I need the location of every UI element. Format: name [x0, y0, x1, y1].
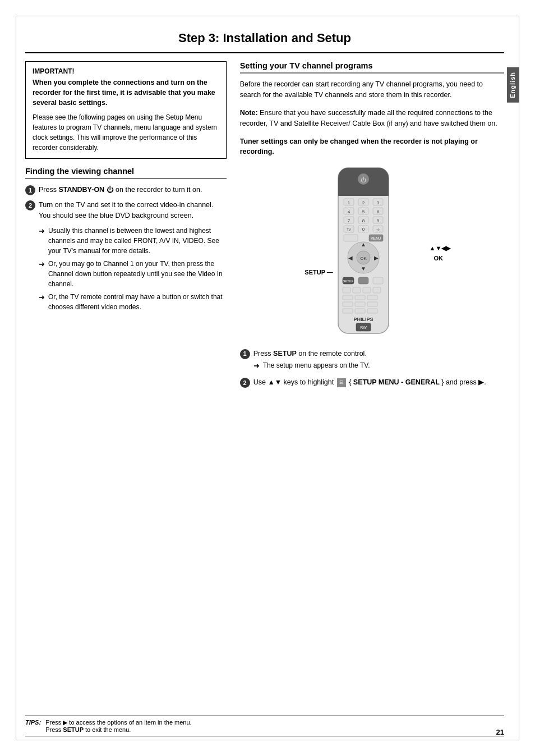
- remote-step-1-text: Press SETUP on the remote control. ➜ The…: [253, 349, 370, 374]
- setup-side-label: SETUP —: [305, 269, 333, 276]
- page-border-left: [16, 16, 16, 740]
- page-border-right: [519, 16, 519, 740]
- svg-text:▲: ▲: [361, 241, 366, 248]
- arrow-text-1: Usually this channel is between the lowe…: [48, 226, 227, 256]
- svg-text:OK: OK: [361, 256, 367, 261]
- svg-text:0: 0: [362, 227, 365, 232]
- important-bold-text: When you complete the connections and tu…: [33, 77, 219, 108]
- tuner-note: Tuner settings can only be changed when …: [240, 136, 504, 158]
- remote-step-2-text: Use ▲▼ keys to highlight ⊟ { SETUP MENU …: [253, 377, 486, 388]
- page-border-top: [16, 16, 519, 16]
- setup-label: SETUP: [273, 350, 297, 358]
- svg-text:▼: ▼: [361, 265, 366, 272]
- finding-channel-heading: Finding the viewing channel: [25, 167, 227, 179]
- arrow-text-3: Or, the TV remote control may have a but…: [48, 292, 227, 312]
- remote-steps: 1 Press SETUP on the remote control. ➜ T…: [240, 349, 504, 388]
- svg-rect-40: [358, 277, 368, 284]
- svg-text:⏻: ⏻: [361, 177, 366, 183]
- note-body: Ensure that you have successfully made a…: [240, 109, 497, 127]
- two-column-layout: IMPORTANT! When you complete the connect…: [25, 61, 504, 392]
- svg-text:5: 5: [362, 209, 365, 214]
- svg-rect-53: [343, 309, 353, 313]
- step-num-2: 2: [25, 200, 35, 210]
- tips-setup-bold: SETUP: [63, 726, 84, 733]
- arrow-icon-2: ➜: [39, 259, 45, 270]
- step-num-1: 1: [25, 185, 35, 195]
- setup-menu-general-label: SETUP MENU - GENERAL: [353, 378, 440, 386]
- left-column: IMPORTANT! When you complete the connect…: [25, 61, 227, 392]
- svg-text:◀: ◀: [348, 255, 353, 261]
- arrow-icon-1: ➜: [39, 226, 45, 237]
- svg-text:TV: TV: [347, 228, 351, 231]
- remote-step-num-1: 1: [240, 349, 250, 359]
- svg-rect-43: [343, 287, 350, 293]
- svg-rect-48: [355, 295, 365, 300]
- svg-text:MENU: MENU: [371, 236, 381, 240]
- svg-text:SETUP: SETUP: [343, 280, 354, 283]
- svg-text:▶: ▶: [374, 255, 379, 261]
- tips-line-1: Press ▶ to access the options of an item…: [45, 719, 192, 726]
- right-intro-text: Before the recorder can start recording …: [240, 79, 504, 101]
- english-tab: English: [507, 67, 519, 103]
- remote-container: SETUP — ▲▼◀▶OK ⏻: [327, 165, 417, 341]
- svg-text:6: 6: [377, 209, 380, 214]
- arrow-item-2: ➜ Or, you may go to Channel 1 on your TV…: [39, 259, 227, 289]
- power-icon: ⏻: [107, 186, 114, 194]
- arrow-item-1: ➜ Usually this channel is between the lo…: [39, 226, 227, 256]
- page-number: 21: [496, 728, 504, 736]
- page-border-bottom: [16, 740, 519, 740]
- setting-tv-heading: Setting your TV channel programs: [240, 61, 504, 74]
- svg-text:+/-: +/-: [376, 228, 380, 231]
- remote-step-2: 2 Use ▲▼ keys to highlight ⊟ { SETUP MEN…: [240, 377, 504, 388]
- svg-text:8: 8: [362, 218, 365, 223]
- finding-step-1: 1 Press STANDBY-ON ⏻ on the recorder to …: [25, 185, 227, 195]
- svg-rect-51: [355, 302, 365, 306]
- setup-arrow-text: The setup menu appears on the TV.: [263, 360, 370, 370]
- remote-svg: ⏻ 1 2 3 4 5 6: [327, 165, 400, 339]
- svg-rect-44: [353, 287, 361, 293]
- up-down-arrows: ▲▼: [268, 378, 282, 386]
- svg-rect-52: [367, 302, 377, 306]
- important-label: IMPORTANT!: [33, 67, 219, 75]
- right-column: Setting your TV channel programs Before …: [240, 61, 504, 392]
- svg-text:PHILIPS: PHILIPS: [354, 317, 373, 322]
- svg-text:3: 3: [377, 200, 380, 205]
- svg-text:7: 7: [348, 218, 350, 223]
- direction-ok-label: ▲▼◀▶OK: [430, 244, 451, 263]
- svg-text:1: 1: [348, 200, 350, 205]
- tips-content: Press ▶ to access the options of an item…: [45, 719, 192, 733]
- svg-rect-54: [355, 309, 365, 313]
- remote-step-1: 1 Press SETUP on the remote control. ➜ T…: [240, 349, 504, 374]
- tips-label: TIPS:: [25, 719, 41, 726]
- note-text: Note: Ensure that you have successfully …: [240, 108, 504, 130]
- note-label: Note:: [240, 109, 258, 117]
- tips-bar: TIPS: Press ▶ to access the options of a…: [25, 716, 504, 736]
- finding-step-2: 2 Turn on the TV and set it to the corre…: [25, 200, 227, 221]
- svg-text:4: 4: [348, 209, 350, 214]
- standby-on-label: STANDBY-ON: [58, 186, 104, 194]
- arrow-sym-setup: ➜: [253, 360, 260, 372]
- svg-text:2: 2: [362, 200, 365, 205]
- svg-rect-41: [373, 277, 383, 284]
- page-title: Step 3: Installation and Setup: [25, 25, 504, 53]
- arrow-icon-3: ➜: [39, 292, 45, 303]
- svg-rect-50: [343, 302, 353, 306]
- remote-step-num-2: 2: [240, 378, 250, 388]
- step-2-content: Turn on the TV and set it to the correct…: [39, 200, 227, 221]
- setup-menu-icon: ⊟: [337, 378, 346, 387]
- svg-rect-29: [344, 235, 358, 241]
- step-1-content: Press STANDBY-ON ⏻ on the recorder to tu…: [39, 185, 202, 195]
- svg-rect-55: [367, 309, 377, 313]
- svg-rect-45: [363, 287, 371, 293]
- remote-area: SETUP — ▲▼◀▶OK ⏻: [240, 165, 504, 341]
- important-normal-text: Please see the following pages on using …: [33, 112, 219, 153]
- svg-rect-2: [338, 185, 389, 196]
- arrow-item-3: ➜ Or, the TV remote control may have a b…: [39, 292, 227, 312]
- svg-rect-46: [373, 287, 381, 293]
- main-content: Step 3: Installation and Setup IMPORTANT…: [25, 25, 504, 725]
- svg-rect-47: [343, 295, 353, 300]
- svg-rect-49: [367, 295, 377, 300]
- important-box: IMPORTANT! When you complete the connect…: [25, 61, 227, 159]
- setup-arrow: ➜ The setup menu appears on the TV.: [253, 360, 370, 372]
- svg-text:9: 9: [377, 218, 380, 223]
